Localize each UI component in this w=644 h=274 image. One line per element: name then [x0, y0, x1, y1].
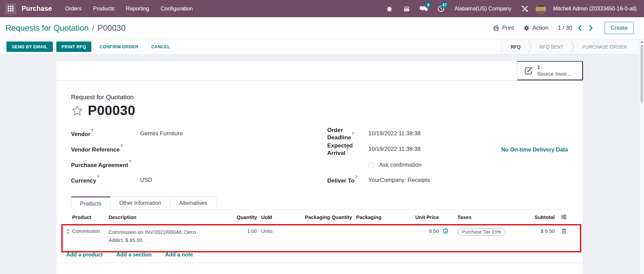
- header-subtotal: Subtotal: [528, 214, 555, 220]
- tab-alternatives[interactable]: Alternatives: [170, 196, 216, 210]
- form-view: 1 Source Invoi... Request for Quotation …: [0, 55, 639, 274]
- breadcrumb-parent[interactable]: Requests for Quotation: [5, 23, 89, 33]
- header-taxes: Taxes: [452, 214, 528, 220]
- source-invoice-stat-button[interactable]: 1 Source Invoi...: [517, 61, 583, 80]
- menu-orders[interactable]: Orders: [59, 6, 87, 12]
- action-menu-button[interactable]: Action: [523, 25, 548, 31]
- delete-line-button[interactable]: [555, 228, 568, 234]
- breadcrumb-separator: /: [92, 23, 94, 33]
- purchase-agreement-field[interactable]: [140, 161, 181, 169]
- printer-icon: [493, 25, 499, 31]
- menu-reporting[interactable]: Reporting: [120, 6, 155, 12]
- header-unit-price: Unit Price: [411, 214, 439, 220]
- scroll-up-arrow[interactable]: [640, 39, 643, 43]
- print-rfq-button[interactable]: PRINT RFQ: [56, 42, 92, 52]
- header-packaging: Packaging: [352, 214, 411, 220]
- deliver-to-field[interactable]: YourCompany: Receipts: [369, 177, 430, 184]
- app-name[interactable]: Purchase: [22, 5, 52, 12]
- table-footer-links: Add a product Add a section Add a note: [64, 252, 568, 258]
- debug-menu-button[interactable]: [383, 3, 396, 15]
- pager-next-button[interactable]: [589, 25, 593, 31]
- tab-products[interactable]: Products: [71, 196, 111, 210]
- status-step-separator: [528, 39, 532, 54]
- menu-products[interactable]: Products: [87, 6, 120, 12]
- vendor-label: Vendor?: [71, 130, 140, 138]
- activities-button[interactable]: 47: [435, 3, 447, 15]
- activities-badge: 47: [441, 2, 448, 8]
- print-button[interactable]: Print: [493, 25, 514, 31]
- price-history-icon[interactable]: [439, 228, 452, 235]
- source-invoice-count: 1: [537, 64, 571, 71]
- status-steps: RFQ RFQ SENT PURCHASE ORDER: [501, 39, 639, 54]
- order-deadline-label: Order Deadline?: [327, 127, 369, 141]
- help-marker: ?: [120, 144, 123, 148]
- odoo-purchase-screen: Purchase Orders Products Reporting Confi…: [0, 0, 644, 274]
- tab-other-information[interactable]: Other Information: [110, 196, 171, 210]
- field-group: Vendor? Gemini Furniture Vendor Referenc…: [71, 126, 568, 188]
- avatar[interactable]: [536, 4, 546, 14]
- top-navbar: Purchase Orders Products Reporting Confi…: [0, 0, 644, 17]
- help-marker: ?: [346, 147, 348, 151]
- add-note-link[interactable]: Add a note: [165, 252, 193, 258]
- vendor-field[interactable]: Gemini Furniture: [140, 130, 183, 138]
- cell-unit-price[interactable]: 8.50: [411, 228, 439, 234]
- status-step-rfq-sent[interactable]: RFQ SENT: [532, 39, 571, 54]
- messages-button[interactable]: 6: [417, 3, 430, 15]
- trash-icon: [561, 228, 567, 234]
- vertical-scrollbar[interactable]: [639, 39, 644, 274]
- tools-icon: [521, 5, 529, 13]
- header-description: Description: [109, 214, 231, 220]
- confirm-order-button[interactable]: CONFIRM ORDER: [95, 42, 143, 52]
- user-menu[interactable]: Mitchell Admin (20333450-16-0-all): [550, 6, 639, 12]
- header-quantity: Quantity: [231, 214, 257, 220]
- company-switcher[interactable]: Alabama(US) Company: [452, 6, 514, 12]
- add-product-link[interactable]: Add a product: [66, 252, 103, 258]
- voip-phone-button[interactable]: [400, 3, 413, 15]
- vendor-reference-label: Vendor Reference?: [71, 146, 140, 153]
- table-header-row: Product Description Quantity UoM Packagi…: [64, 210, 568, 224]
- form-sheet: 1 Source Invoi... Request for Quotation …: [56, 61, 583, 274]
- favorite-star-icon[interactable]: [71, 105, 83, 117]
- cell-taxes: Purchase Tax 15%: [452, 228, 528, 236]
- apps-menu-button[interactable]: [5, 3, 16, 15]
- menu-configuration[interactable]: Configuration: [155, 6, 198, 12]
- expected-arrival-label: Expected Arrival?: [327, 142, 369, 157]
- scrollbar-thumb[interactable]: [640, 45, 643, 102]
- messages-badge: 6: [426, 2, 431, 8]
- expected-arrival-field[interactable]: 10/19/2022 11:38:38: [369, 146, 421, 153]
- pager-previous-button[interactable]: [578, 25, 582, 31]
- tax-tag[interactable]: Purchase Tax 15%: [458, 228, 505, 236]
- bug-icon: [386, 5, 393, 12]
- help-marker: ?: [355, 175, 357, 179]
- cell-description[interactable]: Commission on INV/2022/00048, Deco Addic…: [109, 228, 231, 244]
- sheet-body: Request for Quotation P00030 Vendor? Gem…: [56, 81, 583, 263]
- optional-columns-button[interactable]: [555, 214, 568, 220]
- cell-uom[interactable]: Units: [257, 228, 294, 234]
- status-step-rfq[interactable]: RFQ: [503, 39, 528, 54]
- cell-subtotal[interactable]: $ 8.50: [528, 228, 555, 234]
- order-deadline-field[interactable]: 10/19/2022 11:38:38: [369, 130, 421, 138]
- ask-confirmation-checkbox[interactable]: [369, 162, 374, 168]
- drag-handle[interactable]: [64, 228, 72, 234]
- deliver-to-label: Deliver To?: [327, 177, 369, 184]
- add-section-link[interactable]: Add a section: [116, 252, 152, 258]
- support-tools-button[interactable]: [519, 3, 531, 15]
- cell-quantity[interactable]: 1.00: [231, 228, 257, 234]
- action-label: Action: [532, 25, 548, 31]
- source-invoice-label: Source Invoi...: [537, 71, 571, 77]
- form-title-label: Request for Quotation: [71, 93, 568, 101]
- vendor-reference-field[interactable]: [140, 146, 181, 153]
- status-step-purchase-order[interactable]: PURCHASE ORDER: [575, 39, 634, 54]
- ontime-delivery-link[interactable]: No On-time Delivery Data: [501, 146, 568, 153]
- notebook-tabs: Products Other Information Alternatives: [71, 196, 568, 210]
- order-line-row[interactable]: Commission Commission on INV/2022/00048,…: [64, 224, 568, 249]
- send-by-email-button[interactable]: SEND BY EMAIL: [6, 42, 53, 52]
- help-marker: ?: [97, 175, 99, 179]
- apps-grid-icon: [8, 6, 13, 11]
- button-box: 1 Source Invoi...: [56, 61, 583, 81]
- currency-field[interactable]: USD: [140, 177, 181, 184]
- main-menu: Orders Products Reporting Configuration: [59, 6, 199, 12]
- create-button[interactable]: Create: [605, 22, 634, 34]
- cancel-button[interactable]: CANCEL: [146, 42, 175, 52]
- cell-product[interactable]: Commission: [72, 228, 109, 234]
